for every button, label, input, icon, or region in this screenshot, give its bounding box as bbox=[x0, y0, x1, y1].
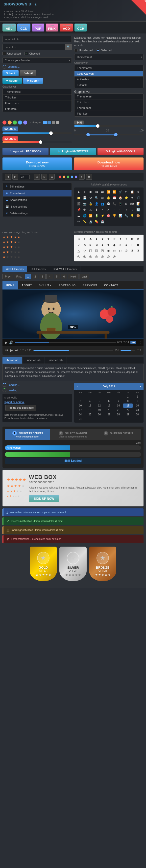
cal-day-7[interactable]: 7 bbox=[114, 399, 123, 403]
sp-icon-7[interactable]: ☆ bbox=[112, 237, 117, 242]
icon-cart[interactable]: 🛒 bbox=[118, 189, 123, 194]
icon-trophy[interactable]: 🏆 bbox=[112, 213, 117, 218]
cal-day[interactable] bbox=[76, 395, 85, 399]
icon-print[interactable]: 🖨 bbox=[136, 189, 141, 194]
icon-target[interactable]: 🎯 bbox=[106, 213, 111, 218]
icon-rewind[interactable]: ⏪ bbox=[106, 189, 111, 194]
cal-day-28[interactable]: 28 bbox=[114, 412, 123, 416]
icon-keyboard[interactable]: ⌨ bbox=[130, 202, 135, 206]
dot-5[interactable] bbox=[75, 176, 77, 178]
radio-selected[interactable]: Selected bbox=[96, 49, 112, 52]
submit-btn-1[interactable]: Submit bbox=[2, 70, 19, 76]
sp-icon-27[interactable]: ☒ bbox=[100, 248, 105, 253]
wizard-step-2[interactable]: 2 SELECT PAYMENT Choose a payment method bbox=[50, 429, 96, 440]
sp-icon-20[interactable]: ● bbox=[124, 243, 129, 248]
audio-prev-btn[interactable]: ⏮ bbox=[5, 348, 8, 352]
nav-tab-ui-elements[interactable]: UI Elements bbox=[27, 266, 49, 272]
slider-2[interactable] bbox=[2, 142, 72, 143]
menu-item-edit[interactable]: ✎ Edit settings bbox=[3, 183, 72, 190]
submit-btn-2[interactable]: Submit bbox=[20, 70, 36, 76]
cal-day-10[interactable]: 10 bbox=[76, 403, 85, 408]
cal-day-27[interactable]: 27 bbox=[104, 412, 113, 416]
slider-1[interactable] bbox=[2, 132, 72, 134]
icon-bulb[interactable]: 💡 bbox=[130, 213, 135, 218]
icon-search[interactable]: 🔍 bbox=[94, 195, 99, 200]
toolbar-play-btn[interactable]: ▶ bbox=[79, 174, 85, 180]
page-prev-btn[interactable]: Prev bbox=[2, 274, 13, 279]
cal-day-21[interactable]: 21 bbox=[114, 408, 123, 412]
hyperlink-normal[interactable]: hyperlink normal bbox=[4, 401, 25, 403]
slider-thumb-2[interactable] bbox=[39, 141, 42, 144]
icon-calendar[interactable]: 📅 bbox=[112, 195, 117, 200]
range-thumb-left[interactable] bbox=[86, 133, 90, 136]
icon-close[interactable]: ✕ bbox=[106, 207, 111, 212]
toolbar-next-btn[interactable]: ▶ bbox=[12, 174, 18, 180]
icon-bell[interactable]: 🔔 bbox=[106, 195, 111, 200]
icon-gear[interactable]: ⚙ bbox=[88, 195, 93, 200]
cal-day-11[interactable]: 11 bbox=[85, 403, 94, 408]
list-item-fourth-left[interactable]: Fourth Item bbox=[3, 100, 72, 106]
list-item-third-r2[interactable]: Third Item bbox=[74, 99, 143, 105]
wizard-step-3[interactable]: 3 SHIPPING DETAILS bbox=[96, 429, 141, 440]
icon-folder[interactable]: 📁 bbox=[76, 195, 81, 200]
cal-day-15-today[interactable]: 15 bbox=[123, 403, 133, 408]
knob-sq-blue[interactable] bbox=[43, 121, 47, 124]
icon-lock[interactable]: 🔒 bbox=[88, 202, 93, 206]
google-login-button[interactable]: G Login with GOOGLE bbox=[98, 148, 144, 155]
page-first-btn[interactable]: First bbox=[14, 274, 24, 279]
cal-day-30[interactable]: 30 bbox=[133, 412, 142, 416]
cal-day-5[interactable]: 5 bbox=[95, 399, 104, 403]
video-play-btn[interactable]: ▶ bbox=[5, 341, 8, 344]
sp-icon-17[interactable]: ▼ bbox=[106, 243, 111, 248]
dot-green[interactable] bbox=[13, 121, 17, 124]
select-right-input[interactable]: Choose your favorite Graphicriver Themef… bbox=[74, 54, 144, 60]
facebook-login-button[interactable]: f Login with FACEBOOK bbox=[2, 148, 48, 155]
page-next-btn[interactable]: Next bbox=[68, 274, 79, 279]
video-progress-bar[interactable] bbox=[15, 342, 116, 343]
icon-chat[interactable]: 💬 bbox=[106, 202, 111, 206]
list-item-fifth-r2[interactable]: Fifth Item bbox=[74, 111, 143, 116]
sp-icon-30[interactable]: ⊙ bbox=[118, 248, 123, 253]
sp-icon-9[interactable]: ✧ bbox=[124, 237, 129, 242]
cal-day-19[interactable]: 19 bbox=[95, 408, 104, 412]
list-item-activeden[interactable]: Activeden bbox=[74, 76, 143, 82]
icon-desktop[interactable]: 🖥 bbox=[124, 202, 129, 206]
icon-palette[interactable]: 🎨 bbox=[136, 213, 141, 218]
icon-info[interactable]: ℹ bbox=[94, 207, 99, 212]
sp-icon-13[interactable]: ✕ bbox=[82, 243, 87, 248]
sp-icon-37[interactable]: ⑦ bbox=[94, 254, 99, 259]
toolbar-list-btn[interactable]: ☰ bbox=[49, 174, 55, 180]
checkbox-unchecked[interactable]: Unchecked bbox=[2, 52, 21, 55]
icon-save[interactable]: 💾 bbox=[82, 195, 87, 200]
hd-badge[interactable]: HD bbox=[131, 341, 136, 344]
sp-icon-6[interactable]: ★ bbox=[106, 237, 111, 242]
toolbar-grid1-btn[interactable]: ⊞ bbox=[34, 174, 40, 180]
cal-day-23[interactable]: 23 bbox=[133, 408, 142, 412]
nav-portfolio[interactable]: PORTFOLIO bbox=[55, 281, 79, 289]
icon-phone[interactable]: 📞 bbox=[112, 202, 117, 206]
cal-day-13[interactable]: 13 bbox=[104, 403, 113, 408]
select-left-input[interactable]: Choose your favorite Graphicriver Themef… bbox=[2, 57, 72, 63]
sp-icon-38[interactable]: ⑧ bbox=[100, 254, 105, 259]
sp-icon-40[interactable]: ⑩ bbox=[112, 254, 117, 259]
icon-play[interactable]: ▶ bbox=[76, 189, 81, 194]
nav-contact[interactable]: CONTACT bbox=[101, 281, 121, 289]
sp-icon-31[interactable]: ① bbox=[124, 248, 129, 253]
dot-blue[interactable] bbox=[18, 121, 22, 124]
sp-icon-3[interactable]: ♣ bbox=[88, 237, 93, 242]
cal-prev-btn[interactable]: ‹ bbox=[77, 384, 78, 389]
dot-purple[interactable] bbox=[23, 121, 27, 124]
cal-day-26[interactable]: 26 bbox=[95, 412, 104, 416]
cal-day-8[interactable]: 8 bbox=[123, 399, 133, 403]
sp-icon-1[interactable]: ☺ bbox=[76, 237, 81, 242]
slider-track-3[interactable] bbox=[74, 125, 144, 127]
toolbar-prev-btn[interactable]: ◀ bbox=[5, 174, 11, 180]
dot-red[interactable] bbox=[2, 121, 6, 124]
cal-day-12[interactable]: 12 bbox=[95, 403, 104, 408]
slider-track-2[interactable] bbox=[2, 142, 72, 143]
sp-icon-15[interactable]: ◄ bbox=[94, 243, 99, 248]
icon-star[interactable]: ⭐ bbox=[124, 195, 129, 200]
knob-round[interactable] bbox=[56, 121, 60, 124]
slider-range-double[interactable] bbox=[74, 134, 144, 135]
sp-icon-21[interactable]: □ bbox=[130, 243, 135, 248]
